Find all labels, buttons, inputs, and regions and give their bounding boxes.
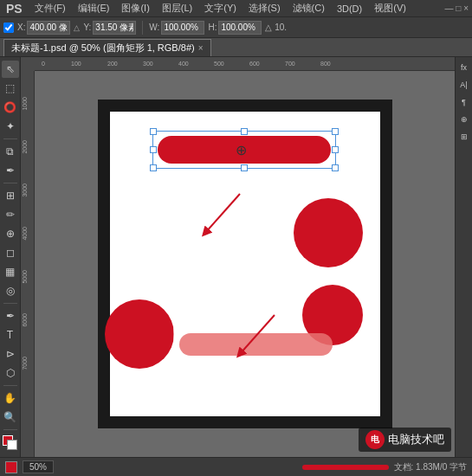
tool-eraser[interactable]: ◻ [2, 244, 19, 261]
right-btn-adjust[interactable]: ⊕ [457, 113, 471, 126]
progress-bar [302, 465, 389, 470]
tool-gradient[interactable]: ▦ [2, 263, 19, 280]
canvas-area[interactable]: 0 100 200 300 400 500 600 700 800 1000 2… [21, 57, 455, 457]
foreground-color[interactable] [3, 435, 18, 451]
main-area: ⇖ ⬚ ⭕ ✦ ⧉ ✒ ⊞ ✏ ⊕ ◻ ▦ ◎ ✒ T ⊳ ⬡ ✋ 🔍 [0, 57, 472, 457]
right-btn-layers[interactable]: ⊞ [457, 130, 471, 144]
options-y-field: Y: [83, 21, 136, 35]
menu-ps[interactable]: PS [3, 2, 25, 16]
arrow-1 [197, 190, 249, 241]
right-btn-paragraph[interactable]: ¶ [457, 95, 471, 109]
svg-line-3 [240, 315, 275, 354]
tool-blur[interactable]: ◎ [2, 282, 19, 299]
menu-text[interactable]: 文字(Y) [202, 2, 239, 15]
options-h-input[interactable] [218, 21, 262, 35]
ruler-left: 1000 2000 3000 4000 5000 6000 7000 [21, 71, 35, 457]
canvas-content: ⊕ [35, 71, 455, 457]
doc-info: 文档: 1.83M/0 字节 [394, 461, 467, 473]
tool-separator-4 [3, 385, 17, 386]
tab-document[interactable]: 未标题-1.psd @ 50% (圆角矩形 1, RGB/8#) × [3, 39, 211, 56]
menu-edit[interactable]: 编辑(E) [75, 2, 113, 15]
handle-top-center[interactable] [241, 128, 248, 135]
red-circle-large [294, 198, 363, 267]
tool-path-select[interactable]: ⊳ [2, 345, 19, 363]
watermark: 电 电脑技术吧 [359, 428, 451, 452]
tool-magic-wand[interactable]: ✦ [2, 118, 19, 135]
right-btn-fx[interactable]: fx [457, 61, 471, 74]
options-w-input[interactable] [161, 21, 204, 35]
options-x-label: X: [17, 23, 25, 32]
tool-separator-3 [3, 303, 17, 304]
menu-layer[interactable]: 图层(L) [159, 2, 195, 15]
options-y-input[interactable] [93, 21, 136, 35]
crosshair-cursor: ⊕ [236, 142, 247, 158]
artwork-white: ⊕ [110, 112, 380, 416]
tool-pen[interactable]: ✒ [2, 307, 19, 325]
tool-hand[interactable]: ✋ [2, 389, 19, 407]
tab-close-button[interactable]: × [198, 43, 204, 53]
watermark-icon-text: 电 [371, 434, 379, 446]
tool-type[interactable]: T [2, 326, 19, 344]
tool-clone[interactable]: ⊕ [2, 225, 19, 242]
options-w-field: W: [149, 21, 204, 35]
handle-middle-right[interactable] [332, 146, 339, 153]
options-h-field: H: [208, 21, 262, 35]
svg-line-1 [205, 194, 240, 233]
left-toolbar: ⇖ ⬚ ⭕ ✦ ⧉ ✒ ⊞ ✏ ⊕ ◻ ▦ ◎ ✒ T ⊳ ⬡ ✋ 🔍 [0, 57, 21, 457]
right-btn-text[interactable]: A| [457, 78, 471, 92]
options-separator-1 [142, 21, 143, 35]
menu-filter[interactable]: 滤镜(C) [290, 2, 327, 15]
handle-top-right[interactable] [332, 128, 339, 135]
watermark-icon: 电 [365, 430, 385, 449]
menu-bar: PS 文件(F) 编辑(E) 图像(I) 图层(L) 文字(Y) 选择(S) 滤… [0, 0, 472, 17]
tool-eyedropper[interactable]: ✒ [2, 162, 19, 179]
tool-separator-2 [3, 183, 17, 183]
options-extra: △ 10. [265, 23, 287, 32]
handle-middle-left[interactable] [150, 146, 157, 153]
tab-title: 未标题-1.psd @ 50% (圆角矩形 1, RGB/8#) [11, 42, 195, 55]
menu-image[interactable]: 图像(I) [119, 2, 152, 15]
watermark-text: 电脑技术吧 [388, 432, 444, 447]
handle-bottom-left[interactable] [150, 164, 157, 171]
tool-move[interactable]: ⇖ [2, 61, 19, 78]
ruler-left-ticks: 1000 2000 3000 4000 5000 6000 7000 [21, 71, 35, 457]
triangle-icon: △ [74, 23, 80, 32]
arrow-2 [231, 311, 283, 363]
tool-crop[interactable]: ⧉ [2, 143, 19, 160]
ruler-corner [21, 57, 35, 71]
options-check-input[interactable] [3, 23, 14, 33]
tool-separator-5 [3, 429, 17, 430]
menu-file[interactable]: 文件(F) [32, 2, 68, 15]
right-panel: fx A| ¶ ⊕ ⊞ [455, 57, 472, 457]
options-x-input[interactable] [27, 21, 70, 35]
artwork: ⊕ [98, 100, 392, 428]
handle-bottom-center[interactable] [241, 164, 248, 171]
menu-view[interactable]: 视图(V) [372, 2, 409, 15]
tab-bar: 未标题-1.psd @ 50% (圆角矩形 1, RGB/8#) × [0, 38, 472, 57]
tool-marquee[interactable]: ⬚ [2, 80, 19, 97]
status-bar: 50% 文档: 1.83M/0 字节 [0, 457, 472, 476]
handle-bottom-right[interactable] [332, 164, 339, 171]
options-checkbox [3, 23, 14, 33]
handle-top-left[interactable] [150, 128, 157, 135]
options-bar: X: △ Y: W: H: △ 10. [0, 17, 472, 38]
ruler-top: 0 100 200 300 400 500 600 700 800 [35, 57, 455, 71]
menu-3d[interactable]: 3D(D) [334, 3, 365, 14]
options-h-label: H: [208, 23, 217, 32]
menu-select[interactable]: 选择(S) [246, 2, 283, 15]
foreground-swatch[interactable] [5, 461, 17, 473]
tool-brush[interactable]: ✏ [2, 206, 19, 223]
tool-patch[interactable]: ⊞ [2, 187, 19, 204]
options-w-label: W: [149, 23, 159, 32]
red-half-circle [105, 299, 174, 369]
ruler-top-ticks: 0 100 200 300 400 500 600 700 800 [35, 57, 455, 71]
tool-lasso[interactable]: ⭕ [2, 99, 19, 116]
tool-shape[interactable]: ⬡ [2, 364, 19, 382]
options-x-field: X: [17, 21, 70, 35]
zoom-display[interactable]: 50% [23, 460, 54, 473]
tool-separator-1 [3, 138, 17, 139]
tool-zoom[interactable]: 🔍 [2, 408, 19, 426]
options-y-label: Y: [83, 23, 91, 32]
